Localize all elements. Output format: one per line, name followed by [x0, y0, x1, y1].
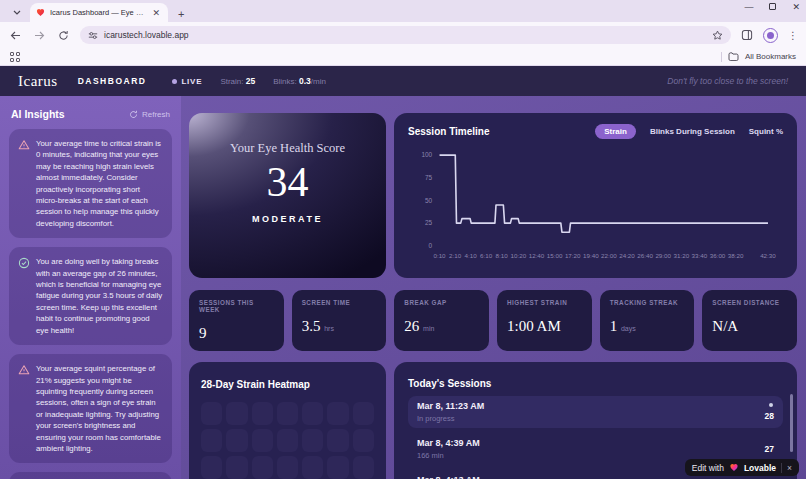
alert-triangle-icon: [18, 363, 30, 454]
reload-button[interactable]: [56, 30, 70, 41]
heatmap-cell[interactable]: [277, 429, 298, 452]
refresh-insights-button[interactable]: Refresh: [129, 110, 170, 119]
forward-button[interactable]: [32, 31, 46, 40]
heatmap-cell[interactable]: [201, 429, 222, 452]
heatmap-cell[interactable]: [302, 456, 323, 479]
refresh-icon: [129, 110, 138, 119]
url-text[interactable]: icarustech.lovable.app: [104, 30, 706, 40]
strain-metric: Strain: 25: [220, 76, 255, 86]
window-close-button[interactable]: ✕: [792, 3, 800, 12]
nav-dashboard-link[interactable]: DASHBOARD: [78, 76, 147, 86]
live-dot-icon: [172, 79, 177, 84]
insight-card: Your average time to critical strain is …: [9, 129, 172, 238]
icarus-logo[interactable]: Icarus: [18, 73, 58, 90]
session-strain-value: 28: [765, 411, 774, 421]
score-value: 34: [267, 156, 309, 208]
heatmap-cell[interactable]: [327, 456, 348, 479]
heatmap-cell[interactable]: [201, 456, 222, 479]
heatmap-cell[interactable]: [353, 402, 374, 425]
insight-text: Your average squint percentage of 21% su…: [36, 363, 163, 454]
insight-card: Your eye strain tends to peak around 1:0…: [9, 472, 172, 479]
heatmap-cell[interactable]: [252, 456, 273, 479]
heatmap-cell[interactable]: [302, 402, 323, 425]
site-settings-icon[interactable]: [88, 31, 98, 40]
new-tab-button[interactable]: +: [178, 8, 184, 20]
tab-search-button[interactable]: [6, 3, 28, 21]
ai-insights-sidebar: AI Insights Refresh Your average time to…: [0, 96, 181, 479]
folder-icon: [728, 52, 739, 61]
svg-text:26:40: 26:40: [637, 252, 653, 259]
heatmap-cell[interactable]: [201, 402, 222, 425]
strain-value: 25: [246, 76, 255, 86]
heatmap-cell[interactable]: [302, 429, 323, 452]
svg-text:2:10: 2:10: [449, 252, 462, 259]
insight-card: Your average squint percentage of 21% su…: [9, 354, 172, 463]
stat-value: N/A: [712, 318, 787, 335]
browser-tabstrip: Icarus Dashboard — Eye Strain ✕ + — ✕: [0, 0, 806, 22]
toolbar-right: ⋮: [741, 28, 798, 43]
blinks-metric: Blinks: 0.3/min: [273, 76, 326, 86]
heatmap-cell[interactable]: [327, 429, 348, 452]
heatmap-cell[interactable]: [353, 429, 374, 452]
svg-text:50: 50: [425, 197, 433, 204]
live-label: LIVE: [181, 77, 202, 86]
profile-avatar[interactable]: [763, 28, 778, 43]
browser-menu-icon[interactable]: ⋮: [788, 30, 798, 41]
stat-card-tracking-streak: TRACKING STREAK 1 days: [600, 290, 695, 351]
side-panel-icon[interactable]: [741, 29, 753, 41]
heatmap-cell[interactable]: [327, 402, 348, 425]
live-indicator: LIVE: [172, 77, 202, 86]
heatmap-cell[interactable]: [226, 402, 247, 425]
svg-text:42:30: 42:30: [760, 252, 776, 259]
heatmap-cell[interactable]: [226, 456, 247, 479]
tab-close-icon[interactable]: ✕: [150, 8, 162, 18]
stat-value: 1 days: [610, 318, 685, 335]
lovable-badge-close-icon[interactable]: ×: [787, 463, 792, 473]
all-bookmarks-button[interactable]: All Bookmarks: [721, 52, 796, 62]
bookmark-star-icon[interactable]: [712, 30, 723, 41]
insight-text: You are doing well by taking breaks with…: [36, 256, 163, 336]
insight-text: Your average time to critical strain is …: [36, 138, 163, 229]
stat-value: 26 min: [404, 318, 479, 335]
window-minimize-button[interactable]: —: [744, 3, 753, 12]
window-controls: — ✕: [744, 3, 800, 12]
svg-text:22:00: 22:00: [601, 252, 617, 259]
back-button[interactable]: [8, 31, 22, 40]
heatmap-cell[interactable]: [277, 402, 298, 425]
insight-card: You are doing well by taking breaks with…: [9, 247, 172, 345]
stat-card-highest-strain: HIGHEST STRAIN 1:00 AM: [497, 290, 592, 351]
svg-text:4:10: 4:10: [464, 252, 477, 259]
heatmap-cell[interactable]: [252, 402, 273, 425]
svg-text:33:40: 33:40: [692, 252, 708, 259]
svg-text:29:00: 29:00: [655, 252, 671, 259]
main-area: AI Insights Refresh Your average time to…: [0, 96, 806, 479]
session-active-dot-icon: [769, 403, 773, 407]
score-status-badge: MODERATE: [252, 214, 323, 224]
timeline-tab-strain[interactable]: Strain: [595, 124, 636, 139]
stat-value: 3.5 hrs: [302, 318, 377, 335]
timeline-tab-blinks-during-session[interactable]: Blinks During Session: [650, 127, 735, 136]
timeline-tab-squint-[interactable]: Squint %: [749, 127, 783, 136]
divider: [721, 52, 722, 62]
url-bar[interactable]: icarustech.lovable.app: [80, 26, 731, 44]
sessions-scrollbar[interactable]: [790, 394, 793, 452]
alert-triangle-icon: [18, 138, 30, 229]
heatmap-cell[interactable]: [226, 429, 247, 452]
dashboard-content: Your Eye Health Score 34 MODERATE Sessio…: [181, 96, 806, 479]
session-detail: In progress: [417, 414, 765, 423]
svg-text:38:20: 38:20: [728, 252, 744, 259]
timeline-tabs: StrainBlinks During SessionSquint %: [595, 124, 783, 139]
svg-text:0: 0: [429, 242, 433, 249]
svg-text:15:00: 15:00: [547, 252, 563, 259]
browser-tab[interactable]: Icarus Dashboard — Eye Strain ✕: [30, 3, 168, 22]
heatmap-cell[interactable]: [277, 456, 298, 479]
heatmap-cell[interactable]: [252, 429, 273, 452]
heatmap-cell[interactable]: [353, 456, 374, 479]
browser-window: Icarus Dashboard — Eye Strain ✕ + — ✕ ic…: [0, 0, 806, 479]
svg-text:19:40: 19:40: [583, 252, 599, 259]
apps-grid-icon[interactable]: [10, 52, 20, 62]
lovable-badge[interactable]: Edit with Lovable ×: [685, 459, 799, 476]
window-maximize-button[interactable]: [769, 3, 776, 12]
session-row[interactable]: Mar 8, 11:23 AM In progress 28: [408, 396, 783, 428]
svg-text:8:10: 8:10: [496, 252, 509, 259]
